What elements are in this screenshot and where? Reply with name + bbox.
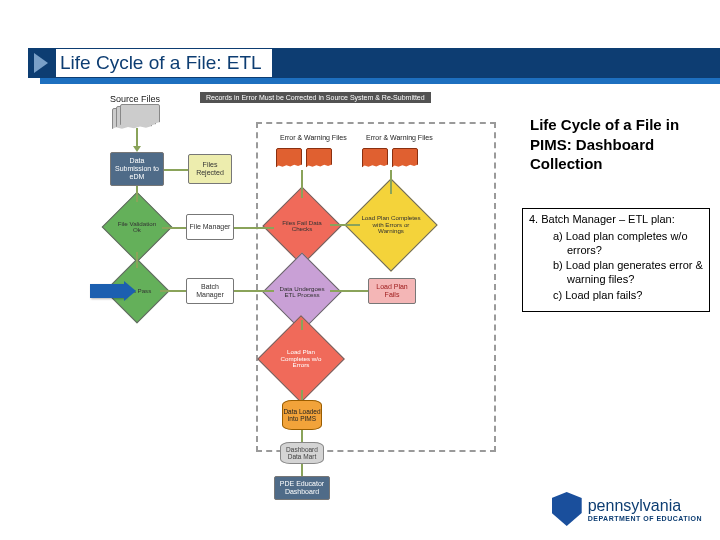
arrow — [164, 169, 188, 171]
shield-icon — [552, 492, 582, 526]
node-loadplan-errwarn-label: Load Plan Completes with Errors or Warni… — [361, 215, 420, 235]
pa-doe-logo: pennsylvania DEPARTMENT OF EDUCATION — [552, 492, 702, 526]
slide-title: Life Cycle of a File: ETL — [56, 49, 272, 77]
node-loadplan-errwarn: Load Plan Completes with Errors or Warni… — [358, 192, 424, 258]
arrow — [234, 227, 274, 229]
node-pde-dashboard: PDE Educator Dashboard — [274, 476, 330, 500]
arrow — [301, 390, 303, 400]
arrow — [160, 290, 186, 292]
arrow — [162, 227, 186, 229]
node-dashboard-data-mart: Dashboard Data Mart — [280, 442, 324, 464]
side-note-item-a: a) Load plan completes w/o errors? — [553, 230, 703, 258]
node-file-validation-ok: File Validation Ok — [112, 202, 162, 252]
error-records-banner: Records in Error Must be Corrected in So… — [200, 92, 431, 103]
arrow — [301, 170, 303, 198]
logo-wordmark: pennsylvania — [588, 497, 702, 515]
node-loadplan-noerr-label: Load Plan Completes w/o Errors — [273, 349, 329, 369]
node-files-rejected: Files Rejected — [188, 154, 232, 184]
side-note-item-c: c) Load plan fails? — [553, 289, 703, 303]
arrow — [301, 464, 303, 476]
node-data-submission: Data Submission to eDM — [110, 152, 164, 186]
source-file-icon — [120, 104, 160, 126]
node-batch-manager: Batch Manager — [186, 278, 234, 304]
node-file-manager: File Manager — [186, 214, 234, 240]
arrow — [301, 320, 303, 330]
slide-title-bar: Life Cycle of a File: ETL — [28, 48, 720, 78]
title-underbar — [40, 78, 720, 84]
side-heading: Life Cycle of a File in PIMS: Dashboard … — [530, 115, 700, 174]
arrow — [136, 186, 138, 202]
side-note-title: 4. Batch Manager – ETL plan: — [529, 213, 703, 227]
flowchart: Source Files Records in Error Must be Co… — [70, 92, 500, 492]
node-file-validation-ok-label: File Validation Ok — [115, 221, 160, 234]
node-loadplan-fails: Load Plan Fails — [368, 278, 416, 304]
arrow — [136, 252, 138, 268]
callout-arrow-icon — [90, 284, 126, 298]
logo-subline: DEPARTMENT OF EDUCATION — [588, 515, 702, 522]
node-files-fail-checks: Files Fail Data Checks — [274, 198, 330, 254]
node-data-loaded-pims: Data Loaded into PIMS — [282, 400, 322, 430]
arrow — [301, 430, 303, 442]
node-etl-process-label: Data Undergoes ETL Process — [277, 286, 327, 299]
node-loadplan-noerr: Load Plan Completes w/o Errors — [270, 328, 332, 390]
arrow — [330, 224, 360, 226]
logo-text: pennsylvania DEPARTMENT OF EDUCATION — [588, 497, 702, 522]
side-note-box: 4. Batch Manager – ETL plan: a) Load pla… — [522, 208, 710, 312]
arrow — [234, 290, 274, 292]
node-etl-process: Data Undergoes ETL Process — [274, 264, 330, 320]
side-note-item-b: b) Load plan generates error & warning f… — [553, 259, 703, 287]
arrow — [330, 290, 368, 292]
title-arrow-icon — [34, 53, 48, 73]
node-files-fail-checks-label: Files Fail Data Checks — [277, 220, 327, 233]
source-files-label: Source Files — [110, 94, 160, 104]
arrow — [136, 128, 138, 148]
arrow — [390, 170, 392, 194]
